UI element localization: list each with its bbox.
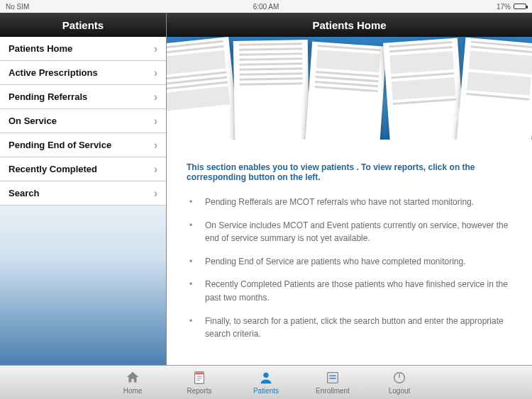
info-bullet-list: Pending Refferals are MCOT referrals who… [187,191,512,346]
sidebar-item-label: On Service [9,116,57,126]
tab-enrollment[interactable]: Enrollment [311,370,354,395]
svg-rect-1 [196,373,204,375]
sidebar-item-pending-referrals[interactable]: Pending Referrals › [0,85,166,109]
sidebar-item-label: Patients Home [9,43,72,54]
battery-icon [514,4,526,9]
sidebar-item-label: Active Prescriptions [9,67,98,78]
report-thumbnail-icon [233,40,310,144]
intro-text: This section enables you to view patient… [187,162,512,182]
tab-label: Logout [389,387,411,395]
sidebar-item-pending-end-of-service[interactable]: Pending End of Service › [0,133,166,157]
tab-patients[interactable]: Patients [245,370,287,395]
home-icon [125,370,140,386]
sidebar-item-label: Pending End of Service [9,140,111,150]
hero-banner: 3x [167,37,532,147]
reports-icon [192,370,207,386]
tab-bar: Home Reports Patients Enrollment Logout [0,365,532,399]
tab-label: Home [123,387,143,395]
svg-rect-8 [329,378,336,379]
chevron-right-icon: › [154,91,157,103]
tab-label: Patients [253,387,279,395]
chevron-right-icon: › [154,115,157,128]
tab-logout[interactable]: Logout [378,370,421,395]
chevron-right-icon: › [154,163,157,176]
chevron-right-icon: › [154,187,157,200]
sidebar-item-label: Recently Completed [9,164,97,174]
svg-point-5 [263,373,268,378]
info-bullet: On Service includes MCOT and Event patie… [187,214,512,250]
tab-label: Enrollment [316,387,350,395]
chevron-right-icon: › [154,139,157,152]
sidebar-item-recently-completed[interactable]: Recently Completed › [0,157,166,181]
content-area: This section enables you to view patient… [167,147,532,357]
info-bullet: Finally, to search for a patient, click … [187,310,512,346]
patients-icon [258,370,274,386]
device-status-bar: No SIM 6:00 AM 17% [0,0,532,13]
hero-watermark: 3x [437,97,469,129]
report-thumbnail-icon [457,38,532,147]
sidebar: Patients Patients Home › Active Prescrip… [0,13,167,365]
report-thumbnail-icon [167,37,239,147]
sidebar-item-search[interactable]: Search › [0,181,166,206]
report-thumbnail-icon [383,38,465,146]
sidebar-item-patients-home[interactable]: Patients Home › [0,37,166,61]
sidebar-item-label: Search [9,188,39,198]
status-battery-pct: 17% [497,3,511,11]
chevron-right-icon: › [154,67,157,79]
status-sim: No SIM [6,3,29,11]
info-bullet: Recently Completed Patients are those pa… [187,273,512,309]
chevron-right-icon: › [154,43,157,55]
enrollment-icon [325,370,340,386]
svg-rect-7 [329,375,336,376]
info-bullet: Pending End of Service are patients who … [187,250,512,274]
sidebar-item-label: Pending Referrals [9,91,87,102]
info-bullet: Pending Refferals are MCOT referrals who… [187,191,512,214]
main-panel: Patients Home 3x [167,13,532,365]
tab-reports[interactable]: Reports [178,370,221,395]
sidebar-item-active-prescriptions[interactable]: Active Prescriptions › [0,61,166,85]
page-title: Patients Home [167,13,532,37]
report-thumbnail-icon [305,42,387,147]
tab-label: Reports [187,387,211,395]
logout-icon [392,370,407,386]
sidebar-title: Patients [0,13,166,37]
tab-home[interactable]: Home [111,370,154,395]
sidebar-item-on-service[interactable]: On Service › [0,109,166,133]
status-time: 6:00 AM [253,3,279,11]
